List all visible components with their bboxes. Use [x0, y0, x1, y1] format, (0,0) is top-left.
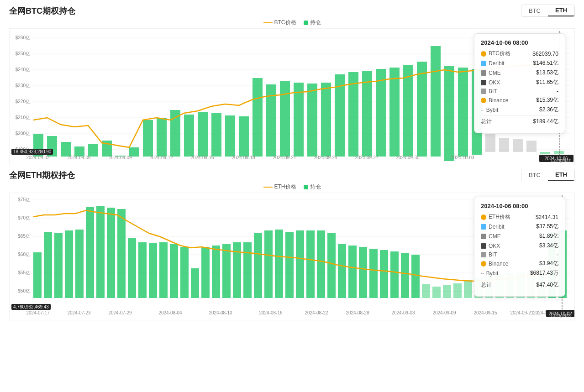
btc-holdings-label: 持仓	[310, 19, 321, 26]
svg-rect-91	[138, 242, 147, 298]
eth-tooltip-row-4: BIT -	[481, 251, 558, 258]
eth-toggle-btc[interactable]: BTC	[521, 169, 548, 181]
btc-tooltip-row-2: CME $13.53亿	[481, 69, 558, 77]
svg-rect-121	[453, 283, 462, 298]
svg-rect-30	[225, 115, 235, 157]
bit-icon	[481, 89, 486, 94]
svg-rect-43	[403, 65, 413, 157]
svg-rect-107	[306, 230, 315, 298]
svg-rect-35	[294, 83, 304, 157]
svg-text:2024-08-28: 2024-08-28	[346, 310, 369, 315]
btc-tooltip-val-6: $2.36亿	[539, 106, 558, 114]
svg-rect-36	[307, 84, 317, 157]
btc-tooltip-label-0: BTC价格	[489, 50, 510, 57]
eth-bit-icon	[481, 252, 486, 257]
svg-rect-94	[170, 244, 178, 298]
btc-tooltip-label-7: 总计	[481, 118, 492, 125]
eth-toggle-group[interactable]: BTC ETH	[521, 169, 575, 181]
svg-rect-41	[376, 69, 386, 157]
btc-price-label: BTC价格	[274, 19, 296, 26]
svg-rect-85	[75, 230, 84, 298]
eth-tooltip-row-3: OKX $3.34亿	[481, 242, 558, 250]
svg-rect-116	[401, 253, 409, 298]
svg-rect-109	[327, 233, 336, 298]
eth-bottom-value: 4,760,962,469.43	[11, 304, 51, 310]
btc-toggle-btc[interactable]: BTC	[521, 5, 548, 16]
svg-text:2024-08-16: 2024-08-16	[259, 310, 283, 315]
btc-price-icon	[481, 51, 486, 57]
svg-rect-114	[380, 250, 388, 298]
svg-text:$70亿: $70亿	[18, 215, 30, 220]
svg-rect-53	[540, 152, 550, 154]
svg-rect-88	[107, 208, 115, 298]
eth-tooltip-val-5: $3.94亿	[539, 260, 558, 267]
btc-tooltip-label-3: OKX	[489, 79, 500, 86]
eth-tooltip-label-2: CME	[489, 233, 501, 240]
svg-text:$260亿: $260亿	[16, 35, 30, 40]
eth-header: 全网ETH期权持仓 BTC ETH	[9, 169, 575, 181]
eth-section: 全网ETH期权持仓 BTC ETH ETH价格 持仓	[9, 169, 575, 320]
btc-tooltip-row-6: -- Bybit $2.36亿	[481, 106, 558, 114]
btc-tooltip-row-3: OKX $11.65亿	[481, 78, 558, 86]
svg-text:2024-08-04: 2024-08-04	[158, 310, 182, 315]
eth-bybit-icon: --	[481, 271, 484, 276]
svg-rect-49	[485, 134, 495, 152]
svg-text:2024-09-18: 2024-09-18	[231, 155, 255, 160]
svg-text:2024-07-29: 2024-07-29	[108, 310, 132, 315]
btc-chart: $260亿 $250亿 $240亿 $230亿 $220亿 $210亿 $200…	[9, 28, 575, 165]
eth-legend: ETH价格 持仓	[9, 183, 575, 191]
btc-tooltip-row-4: BIT -	[481, 88, 558, 94]
svg-text:2024-09-27: 2024-09-27	[355, 155, 379, 160]
eth-binance-icon	[481, 261, 486, 267]
eth-tooltip: 2024-10-06 08:00 ETH价格 $2414.31 Deribit …	[474, 197, 565, 297]
svg-text:2024-09-06: 2024-09-06	[67, 155, 91, 160]
svg-rect-24	[143, 120, 153, 157]
deribit-icon	[481, 61, 486, 66]
btc-title: 全网BTC期权持仓	[9, 5, 75, 16]
eth-tooltip-label-1: Deribit	[489, 224, 505, 230]
svg-rect-44	[417, 62, 427, 157]
btc-tooltip: 2024-10-06 08:00 BTC价格 $62039.70 Deribit…	[474, 33, 565, 133]
eth-tooltip-row-6: -- Bybit $6817.43万	[481, 269, 558, 277]
eth-tooltip-val-0: $2414.31	[536, 214, 558, 220]
svg-rect-117	[411, 255, 420, 298]
btc-tooltip-val-2: $13.53亿	[536, 69, 558, 77]
svg-text:2024-09-15: 2024-09-15	[474, 310, 497, 315]
svg-text:$60亿: $60亿	[18, 252, 30, 257]
eth-toggle-eth[interactable]: ETH	[548, 169, 574, 181]
eth-legend-holdings: 持仓	[304, 183, 321, 191]
btc-toggle-group[interactable]: BTC ETH	[521, 5, 575, 17]
eth-legend-price: ETH价格	[263, 183, 296, 191]
svg-rect-47	[458, 68, 468, 157]
svg-rect-50	[499, 138, 509, 152]
btc-tooltip-datetime: 2024-10-06 08:00	[481, 39, 558, 46]
svg-rect-27	[184, 115, 194, 157]
svg-rect-18	[61, 142, 71, 157]
svg-text:$210亿: $210亿	[16, 115, 30, 120]
svg-rect-112	[359, 247, 367, 298]
svg-rect-28	[198, 112, 208, 157]
btc-toggle-eth[interactable]: ETH	[548, 5, 574, 16]
eth-tooltip-val-4: -	[557, 251, 558, 258]
binance-icon	[481, 98, 486, 103]
svg-rect-40	[362, 71, 372, 157]
btc-header: 全网BTC期权持仓 BTC ETH	[9, 5, 575, 17]
svg-rect-86	[86, 207, 94, 298]
eth-holdings-label: 持仓	[310, 183, 321, 191]
svg-text:2024-09-21: 2024-09-21	[510, 310, 534, 315]
eth-tooltip-row-7: 总计 $47.40亿	[481, 279, 558, 289]
eth-tooltip-label-5: Binance	[489, 261, 508, 267]
svg-rect-54	[554, 151, 564, 154]
svg-text:$50亿: $50亿	[18, 288, 30, 293]
btc-tooltip-label-5: Binance	[489, 97, 508, 104]
eth-title: 全网ETH期权持仓	[9, 170, 75, 181]
svg-rect-106	[296, 230, 304, 298]
btc-tooltip-row-0: BTC价格 $62039.70	[481, 50, 558, 57]
svg-rect-105	[285, 232, 294, 298]
svg-text:$250亿: $250亿	[16, 51, 30, 56]
svg-rect-110	[338, 244, 346, 298]
svg-rect-37	[321, 83, 331, 157]
svg-rect-45	[431, 46, 441, 157]
svg-text:$220亿: $220亿	[16, 99, 30, 104]
svg-text:$230亿: $230亿	[16, 83, 30, 88]
